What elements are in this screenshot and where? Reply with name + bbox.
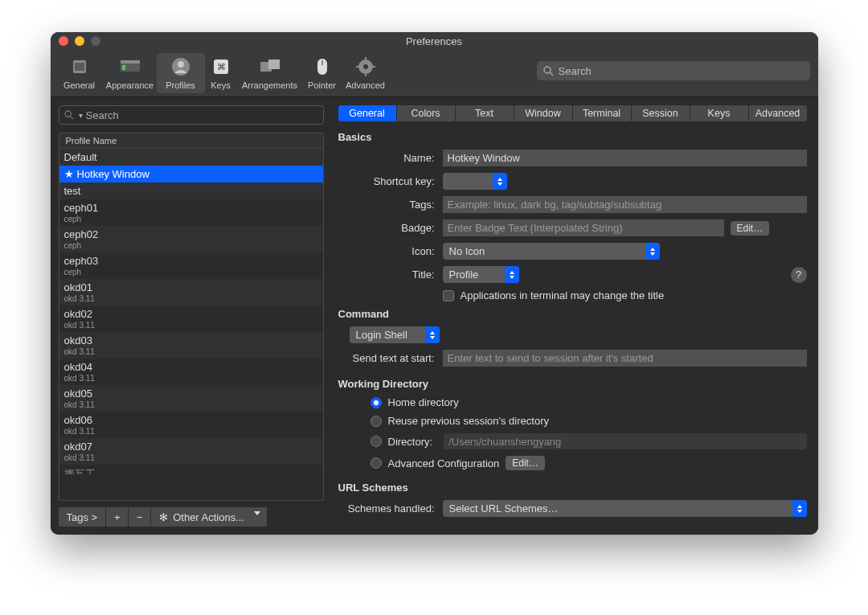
profile-row[interactable]: okd01okd 3.11 — [59, 279, 323, 305]
search-icon — [543, 66, 554, 76]
profile-row[interactable]: okd06okd 3.11 — [59, 412, 323, 438]
icon-popup[interactable]: No Icon — [443, 243, 660, 260]
gear-icon: ✻ — [159, 511, 168, 523]
pointer-icon — [310, 56, 334, 77]
svg-rect-17 — [356, 66, 359, 68]
minimize-button[interactable] — [75, 36, 84, 46]
tags-button[interactable]: Tags > — [59, 507, 107, 527]
send-text-label: Send text at start: — [338, 352, 443, 364]
profiles-icon — [169, 56, 193, 77]
title-popup[interactable]: Profile — [443, 266, 519, 283]
titlebar: Preferences — [51, 32, 818, 51]
close-button[interactable] — [59, 36, 68, 46]
tab-advanced[interactable]: Advanced — [749, 105, 807, 121]
badge-edit-button[interactable]: Edit… — [731, 221, 770, 236]
profile-row[interactable]: test — [59, 182, 323, 199]
svg-text:⌘: ⌘ — [216, 62, 225, 72]
zoom-button[interactable] — [91, 36, 100, 46]
left-pane: ▾ Search Profile Name Default ★Hotkey Wi… — [51, 97, 332, 535]
schemes-label: Schemes handled: — [338, 502, 443, 515]
tab-general[interactable]: General — [338, 105, 397, 121]
tab-keys[interactable]: Keys — [690, 105, 749, 121]
toolbar-profiles[interactable]: Profiles — [157, 53, 205, 93]
command-type-popup[interactable]: Login Shell — [350, 326, 440, 343]
profile-row[interactable]: 搬瓦工 — [59, 465, 323, 474]
basics-heading: Basics — [338, 131, 807, 143]
slider-icon — [68, 56, 92, 77]
toolbar-arrangements[interactable]: Arrangements — [237, 53, 303, 93]
popup-arrows-icon — [493, 173, 507, 190]
badge-input[interactable] — [443, 219, 724, 236]
chevron-down-icon — [254, 511, 260, 515]
directory-input[interactable] — [444, 433, 806, 449]
svg-point-21 — [64, 111, 70, 117]
profile-row[interactable]: ceph03ceph — [59, 252, 323, 279]
profile-list[interactable]: Profile Name Default ★Hotkey Window test… — [59, 133, 324, 501]
toolbar-appearance[interactable]: Appearance — [104, 53, 157, 93]
advanced-dir-radio[interactable] — [371, 457, 382, 469]
star-icon: ★ — [64, 168, 74, 180]
svg-rect-4 — [122, 65, 125, 70]
svg-line-22 — [70, 116, 73, 119]
reuse-dir-radio[interactable] — [371, 416, 382, 427]
right-pane: General Colors Text Window Terminal Sess… — [332, 97, 818, 535]
profile-row[interactable]: okd04okd 3.11 — [59, 359, 323, 385]
url-schemes-heading: URL Schemes — [338, 482, 807, 494]
svg-rect-16 — [365, 73, 366, 76]
tab-window[interactable]: Window — [514, 105, 573, 121]
svg-rect-3 — [121, 60, 140, 64]
profile-row[interactable]: okd07okd 3.11 — [59, 438, 323, 465]
shortcut-label: Shortcut key: — [338, 175, 443, 187]
icon-label: Icon: — [338, 245, 443, 257]
tab-terminal[interactable]: Terminal — [573, 105, 632, 121]
apps-change-title-checkbox[interactable] — [443, 290, 454, 301]
add-profile-button[interactable]: + — [106, 507, 129, 527]
profile-search[interactable]: ▾ Search — [59, 105, 324, 125]
tab-session[interactable]: Session — [632, 105, 690, 121]
send-text-input[interactable] — [443, 350, 807, 367]
advanced-dir-label: Advanced Configuration — [388, 457, 500, 469]
profile-tabs: General Colors Text Window Terminal Sess… — [338, 105, 807, 121]
toolbar-search[interactable]: Search — [537, 61, 810, 80]
help-button[interactable]: ? — [791, 267, 807, 283]
window-title: Preferences — [406, 35, 462, 47]
working-dir-heading: Working Directory — [338, 378, 807, 390]
toolbar-advanced[interactable]: Advanced — [342, 53, 390, 93]
apps-change-title-label: Applications in terminal may change the … — [461, 289, 665, 301]
toolbar: General Appearance Profiles ⌘ Keys Arran… — [51, 51, 818, 97]
advanced-dir-edit-button[interactable]: Edit… — [506, 456, 545, 470]
name-input[interactable] — [443, 150, 807, 166]
custom-dir-radio[interactable] — [371, 436, 382, 447]
home-dir-label: Home directory — [388, 396, 459, 408]
profile-row[interactable]: ceph01ceph — [59, 199, 323, 226]
other-actions-button[interactable]: ✻ Other Actions... — [151, 507, 267, 527]
remove-profile-button[interactable]: − — [129, 507, 151, 527]
profile-row[interactable]: okd03okd 3.11 — [59, 332, 323, 359]
svg-point-14 — [363, 64, 368, 69]
reuse-dir-label: Reuse previous session's directory — [388, 415, 549, 427]
home-dir-radio[interactable] — [371, 397, 382, 408]
tags-input[interactable] — [443, 196, 807, 213]
tab-text[interactable]: Text — [456, 105, 514, 121]
schemes-popup[interactable]: Select URL Schemes… — [443, 500, 807, 517]
tags-label: Tags: — [338, 199, 443, 211]
profile-row[interactable]: okd02okd 3.11 — [59, 305, 323, 332]
profile-row[interactable]: okd05okd 3.11 — [59, 385, 323, 412]
toolbar-keys[interactable]: ⌘ Keys — [205, 53, 237, 93]
svg-rect-15 — [365, 57, 366, 60]
badge-label: Badge: — [338, 222, 443, 234]
toolbar-pointer[interactable]: Pointer — [303, 53, 342, 93]
keys-icon: ⌘ — [209, 56, 233, 77]
tab-colors[interactable]: Colors — [397, 105, 456, 121]
gear-icon — [354, 56, 378, 77]
popup-arrows-icon — [792, 500, 807, 517]
profile-row[interactable]: ★Hotkey Window — [59, 166, 323, 182]
svg-point-19 — [544, 67, 551, 73]
profile-row[interactable]: ceph02ceph — [59, 226, 323, 252]
shortcut-popup[interactable] — [443, 173, 507, 190]
toolbar-general[interactable]: General — [55, 53, 104, 93]
profile-bottom-bar: Tags > + − ✻ Other Actions... — [59, 507, 324, 527]
profile-row[interactable]: Default — [59, 149, 323, 166]
search-icon — [64, 110, 74, 120]
traffic-lights — [59, 36, 100, 46]
